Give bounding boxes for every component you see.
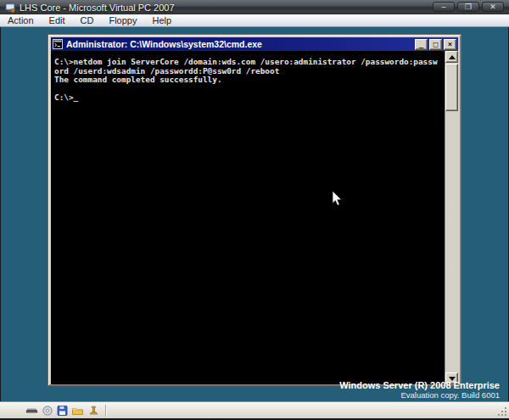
network-adapter-icon[interactable] (87, 405, 100, 417)
watermark-edition: Windows Server (R) 2008 Enterprise (339, 380, 500, 390)
desktop-watermark: Windows Server (R) 2008 Enterprise Evalu… (339, 380, 500, 400)
cd-drive-icon[interactable] (42, 405, 53, 417)
watermark-build: Evaluation copy. Build 6001 (339, 390, 500, 400)
console-prompt-line: C:\>_ (54, 93, 445, 103)
vpc-statusbar (0, 401, 509, 418)
virtual-pc-window: LHS Core - Microsoft Virtual PC 2007 – ❐… (0, 0, 509, 420)
statusbar-drive-icons (0, 402, 100, 418)
command-prompt-icon (53, 39, 63, 49)
menu-floppy[interactable]: Floppy (101, 14, 144, 26)
console-output[interactable]: C:\>netdom join ServerCore /domain:wds.c… (51, 51, 445, 384)
vpc-menubar: Action Edit CD Floppy Help (0, 14, 509, 27)
scrollbar-thumb[interactable] (445, 64, 458, 111)
console-line: The command completed successfully. (54, 76, 445, 85)
menu-action[interactable]: Action (0, 14, 42, 26)
cmd-close-button[interactable]: × (444, 39, 456, 50)
vpc-close-button[interactable]: ✕ (482, 2, 504, 12)
console-line: C:\>netdom join ServerCore /domain:wds.c… (54, 58, 445, 67)
mouse-cursor-icon (332, 191, 343, 207)
vpc-maximize-button[interactable]: ❐ (457, 2, 479, 12)
menu-edit[interactable]: Edit (42, 14, 73, 26)
cmd-minimize-button[interactable]: _ (415, 39, 428, 50)
vpc-titlebar[interactable]: LHS Core - Microsoft Virtual PC 2007 – ❐… (0, 0, 509, 14)
vm-desktop[interactable]: Administrator: C:\Windows\system32\cmd.e… (0, 27, 509, 401)
vpc-minimize-button[interactable]: – (433, 2, 455, 12)
console-client-area[interactable]: C:\>netdom join ServerCore /domain:wds.c… (51, 51, 458, 384)
scrollbar-up-button[interactable] (445, 51, 458, 63)
cmd-titlebar[interactable]: Administrator: C:\Windows\system32\cmd.e… (51, 37, 458, 51)
scroll-up-arrow-icon (449, 55, 456, 59)
cmd-window: Administrator: C:\Windows\system32\cmd.e… (48, 34, 461, 386)
vpc-window-title: LHS Core - Microsoft Virtual PC 2007 (20, 3, 175, 13)
virtual-pc-app-icon (5, 3, 15, 13)
resize-grip[interactable] (497, 406, 507, 417)
shared-folder-icon[interactable] (71, 405, 84, 417)
menu-cd[interactable]: CD (73, 14, 102, 26)
vpc-window-controls: – ❐ ✕ (433, 2, 504, 12)
menu-help[interactable]: Help (144, 14, 179, 26)
cmd-maximize-button[interactable]: □ (429, 39, 442, 50)
console-line (54, 85, 445, 94)
cmd-window-title: Administrator: C:\Windows\system32\cmd.e… (66, 39, 411, 49)
hard-disk-icon[interactable] (25, 405, 38, 417)
floppy-drive-icon[interactable] (57, 405, 68, 417)
statusbar-separator (105, 405, 107, 417)
cmd-window-controls: _ □ × (415, 39, 456, 50)
console-vertical-scrollbar[interactable] (445, 51, 458, 384)
